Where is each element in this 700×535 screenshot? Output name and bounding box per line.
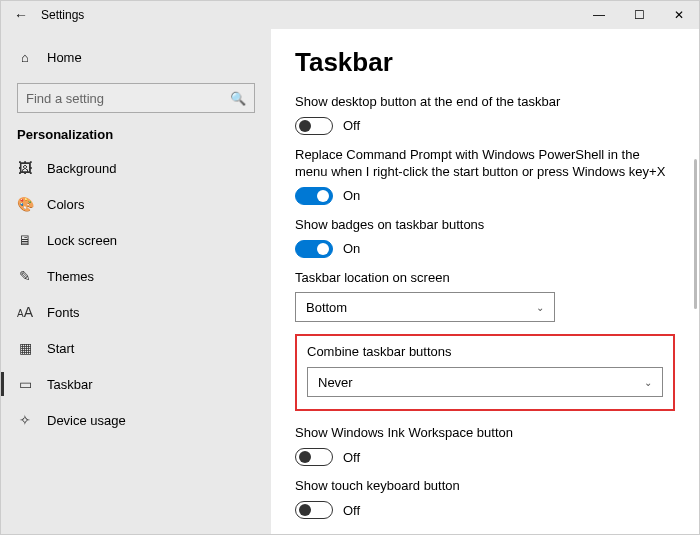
home-label: Home bbox=[47, 50, 82, 65]
toggle-desktop-button[interactable] bbox=[295, 117, 333, 135]
search-placeholder: Find a setting bbox=[26, 91, 104, 106]
setting-badges: Show badges on taskbar buttons On bbox=[295, 217, 675, 258]
setting-label: Show touch keyboard button bbox=[295, 478, 675, 495]
setting-desktop-button: Show desktop button at the end of the ta… bbox=[295, 94, 675, 135]
scrollbar[interactable] bbox=[694, 159, 697, 309]
setting-taskbar-location: Taskbar location on screen Bottom ⌄ bbox=[295, 270, 675, 323]
sidebar-item-label: Start bbox=[47, 341, 74, 356]
palette-icon: 🎨 bbox=[17, 196, 33, 212]
sidebar-item-label: Lock screen bbox=[47, 233, 117, 248]
sidebar-item-label: Fonts bbox=[47, 305, 80, 320]
back-button[interactable]: ← bbox=[1, 7, 41, 23]
setting-label: Show Task View button bbox=[295, 531, 675, 534]
setting-ink-workspace: Show Windows Ink Workspace button Off bbox=[295, 425, 675, 466]
device-usage-icon: ✧ bbox=[17, 412, 33, 428]
sidebar-item-device-usage[interactable]: ✧ Device usage bbox=[1, 402, 271, 438]
lockscreen-icon: 🖥 bbox=[17, 232, 33, 248]
toggle-state: On bbox=[343, 241, 360, 256]
sidebar-item-label: Colors bbox=[47, 197, 85, 212]
sidebar-item-label: Themes bbox=[47, 269, 94, 284]
dropdown-value: Never bbox=[318, 375, 353, 390]
dropdown-value: Bottom bbox=[306, 300, 347, 315]
sidebar-item-themes[interactable]: ✎ Themes bbox=[1, 258, 271, 294]
setting-label: Show Windows Ink Workspace button bbox=[295, 425, 675, 442]
setting-label: Combine taskbar buttons bbox=[307, 344, 663, 359]
sidebar-item-label: Background bbox=[47, 161, 116, 176]
dropdown-combine-taskbar[interactable]: Never ⌄ bbox=[307, 367, 663, 397]
setting-touch-keyboard: Show touch keyboard button Off bbox=[295, 478, 675, 519]
picture-icon: 🖼 bbox=[17, 160, 33, 176]
close-button[interactable]: ✕ bbox=[659, 1, 699, 29]
sidebar-item-label: Taskbar bbox=[47, 377, 93, 392]
setting-label: Show badges on taskbar buttons bbox=[295, 217, 675, 234]
setting-label: Replace Command Prompt with Windows Powe… bbox=[295, 147, 675, 181]
sidebar-item-taskbar[interactable]: ▭ Taskbar bbox=[1, 366, 271, 402]
page-title: Taskbar bbox=[295, 47, 675, 78]
dropdown-taskbar-location[interactable]: Bottom ⌄ bbox=[295, 292, 555, 322]
sidebar-item-background[interactable]: 🖼 Background bbox=[1, 150, 271, 186]
taskbar-icon: ▭ bbox=[17, 376, 33, 392]
sidebar-item-start[interactable]: ▦ Start bbox=[1, 330, 271, 366]
fonts-icon: AA bbox=[17, 304, 33, 320]
sidebar: ⌂ Home Find a setting 🔍 Personalization … bbox=[1, 29, 271, 534]
toggle-state: Off bbox=[343, 118, 360, 133]
maximize-button[interactable]: ☐ bbox=[619, 1, 659, 29]
search-input[interactable]: Find a setting 🔍 bbox=[17, 83, 255, 113]
toggle-ink-workspace[interactable] bbox=[295, 448, 333, 466]
themes-icon: ✎ bbox=[17, 268, 33, 284]
setting-label: Taskbar location on screen bbox=[295, 270, 675, 287]
sidebar-nav: 🖼 Background 🎨 Colors 🖥 Lock screen ✎ Th… bbox=[1, 150, 271, 534]
toggle-state: Off bbox=[343, 450, 360, 465]
settings-window: ← Settings — ☐ ✕ ⌂ Home Find a setting 🔍… bbox=[0, 0, 700, 535]
setting-powershell: Replace Command Prompt with Windows Powe… bbox=[295, 147, 675, 205]
content-pane: Taskbar Show desktop button at the end o… bbox=[271, 29, 699, 534]
toggle-badges[interactable] bbox=[295, 240, 333, 258]
toggle-powershell[interactable] bbox=[295, 187, 333, 205]
section-label: Personalization bbox=[1, 127, 271, 150]
home-icon: ⌂ bbox=[17, 50, 33, 65]
highlight-combine-taskbar: Combine taskbar buttons Never ⌄ bbox=[295, 334, 675, 411]
toggle-state: Off bbox=[343, 503, 360, 518]
chevron-down-icon: ⌄ bbox=[536, 302, 544, 313]
setting-label: Show desktop button at the end of the ta… bbox=[295, 94, 675, 111]
search-icon: 🔍 bbox=[230, 91, 246, 106]
sidebar-item-colors[interactable]: 🎨 Colors bbox=[1, 186, 271, 222]
minimize-button[interactable]: — bbox=[579, 1, 619, 29]
home-button[interactable]: ⌂ Home bbox=[1, 39, 271, 75]
toggle-touch-keyboard[interactable] bbox=[295, 501, 333, 519]
window-title: Settings bbox=[41, 8, 84, 22]
start-icon: ▦ bbox=[17, 340, 33, 356]
titlebar: ← Settings — ☐ ✕ bbox=[1, 1, 699, 29]
sidebar-item-fonts[interactable]: AA Fonts bbox=[1, 294, 271, 330]
chevron-down-icon: ⌄ bbox=[644, 377, 652, 388]
sidebar-item-label: Device usage bbox=[47, 413, 126, 428]
toggle-state: On bbox=[343, 188, 360, 203]
sidebar-item-lockscreen[interactable]: 🖥 Lock screen bbox=[1, 222, 271, 258]
